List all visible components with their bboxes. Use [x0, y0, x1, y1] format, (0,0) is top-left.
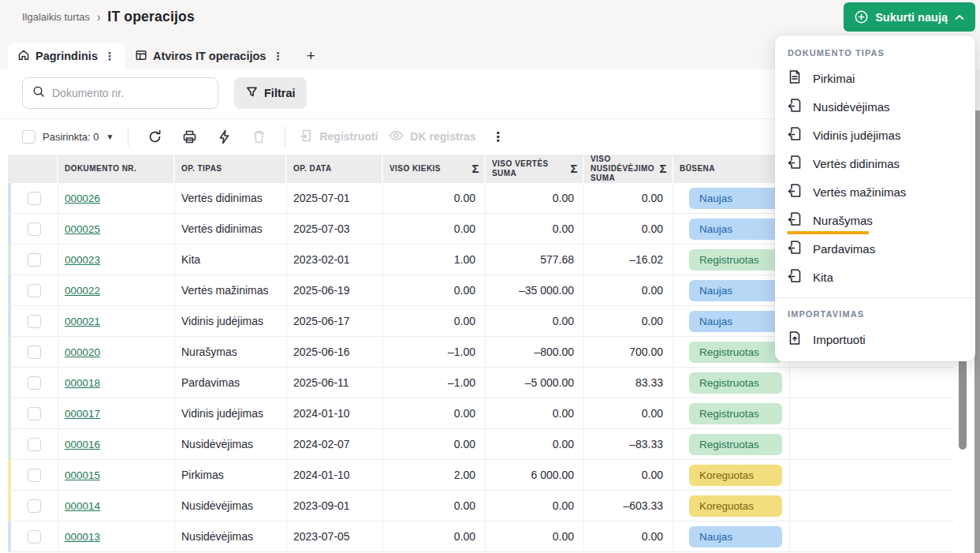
row-checkbox[interactable]	[28, 222, 41, 236]
row-checkbox[interactable]	[28, 530, 41, 544]
table-row[interactable]: 000013 Nusidėvėjimas 2023-07-05 0.00 0.0…	[8, 521, 954, 552]
table-row[interactable]: 000018 Pardavimas 2025-06-11 –1.00 –5 00…	[8, 368, 954, 398]
document-number-link[interactable]: 000017	[65, 408, 100, 420]
document-number-link[interactable]: 000013	[65, 531, 100, 543]
search-input[interactable]	[52, 87, 208, 99]
document-sign-icon	[788, 240, 802, 257]
document-import-icon	[788, 331, 802, 348]
sum-icon[interactable]: Σ	[472, 164, 479, 174]
depreciation-sum-cell: 700.00	[584, 337, 673, 367]
more-actions-button[interactable]: ⋮	[487, 129, 509, 144]
qty-cell: 0.00	[383, 491, 486, 521]
menu-item-vertės-didinimas[interactable]: Vertės didinimas	[775, 149, 975, 177]
add-tab-button[interactable]: +	[293, 43, 328, 69]
tab-menu-icon[interactable]: ⋮	[271, 50, 284, 62]
depreciation-sum-cell: 0.00	[584, 521, 673, 551]
table-row[interactable]: 000017 Vidinis judėjimas 2024-01-10 0.00…	[8, 398, 954, 429]
status-badge: Naujas	[689, 188, 782, 209]
row-checkbox[interactable]	[28, 407, 41, 420]
row-checkbox[interactable]	[28, 253, 41, 267]
op-type-cell: Vidinis judėjimas	[175, 398, 287, 428]
document-number-link[interactable]: 000023	[65, 254, 100, 266]
qty-cell: 1.00	[383, 245, 486, 275]
menu-item-vertės-mažinimas[interactable]: Vertės mažinimas	[775, 177, 975, 206]
row-checkbox[interactable]	[28, 192, 41, 205]
qty-cell: –1.00	[383, 337, 486, 367]
qty-cell: –1.00	[383, 368, 486, 398]
value-sum-cell: 0.00	[486, 306, 584, 336]
column-header-depr_sum[interactable]: Viso nusidėvėjimo sumaΣ	[584, 155, 673, 183]
search-icon	[32, 85, 45, 101]
page-vertical-scrollbar[interactable]	[974, 110, 980, 553]
tab-menu-icon[interactable]: ⋮	[103, 50, 116, 62]
select-all-checkbox[interactable]	[22, 130, 35, 144]
row-checkbox[interactable]	[28, 315, 41, 328]
column-header-value_sum[interactable]: Viso vertės sumaΣ	[486, 155, 584, 183]
status-badge: Koreguotas	[689, 495, 782, 517]
document-sign-icon	[788, 183, 802, 200]
menu-item-importuoti[interactable]: Importuoti	[775, 325, 975, 353]
document-number-link[interactable]: 000020	[65, 346, 100, 358]
menu-item-vidinis-judėjimas[interactable]: Vidinis judėjimas	[775, 121, 975, 149]
row-checkbox[interactable]	[28, 376, 41, 390]
table-row[interactable]: 000016 Nusidėvėjimas 2024-02-07 0.00 0.0…	[8, 429, 954, 460]
print-button[interactable]	[177, 125, 201, 148]
depreciation-sum-cell: 0.00	[584, 398, 673, 428]
menu-item-nusidėvėjimas[interactable]: Nusidėvėjimas	[775, 92, 975, 121]
column-header-type[interactable]: Op. tipas	[175, 155, 287, 183]
row-checkbox[interactable]	[28, 499, 41, 513]
table-row[interactable]: 000015 Pirkimas 2024-01-10 2.00 6 000.00…	[8, 460, 954, 491]
op-date-cell: 2024-01-10	[287, 460, 383, 490]
refresh-button[interactable]	[143, 125, 166, 148]
table-row[interactable]: 000014 Nusidėvėjimas 2023-09-01 0.00 0.0…	[8, 491, 954, 521]
document-number-link[interactable]: 000025	[65, 223, 100, 235]
home-icon	[17, 49, 30, 64]
row-checkbox[interactable]	[28, 469, 41, 482]
document-number-link[interactable]: 000014	[65, 500, 100, 512]
chevron-down-icon: ▼	[106, 133, 114, 141]
document-number-link[interactable]: 000016	[65, 439, 100, 450]
qty-cell: 0.00	[383, 398, 486, 428]
row-checkbox[interactable]	[28, 284, 41, 297]
menu-item-kita[interactable]: Kita	[775, 263, 975, 291]
funnel-icon	[246, 86, 258, 100]
sum-icon[interactable]: Σ	[660, 164, 667, 174]
document-number-link[interactable]: 000018	[65, 377, 100, 389]
row-checkbox[interactable]	[28, 438, 41, 451]
op-date-cell: 2023-09-01	[287, 491, 383, 521]
document-number-link[interactable]: 000026	[65, 192, 100, 204]
column-header-date[interactable]: Op. data	[287, 155, 383, 183]
sum-icon[interactable]: Σ	[571, 164, 578, 174]
menu-item-pirkimai[interactable]: Pirkimai	[775, 64, 975, 92]
filters-button[interactable]: Filtrai	[234, 77, 307, 109]
qty-cell: 2.00	[383, 460, 486, 490]
tab-pagrindinis[interactable]: Pagrindinis ⋮	[8, 43, 125, 69]
menu-item-nurašymas[interactable]: Nurašymas	[775, 206, 975, 234]
column-header-status[interactable]: Būsena	[673, 155, 790, 183]
row-checkbox[interactable]	[28, 346, 41, 359]
filler-cell	[790, 368, 954, 398]
document-sign-icon	[788, 126, 802, 144]
column-header-number[interactable]: Dokumento nr.	[58, 155, 175, 183]
breadcrumb-parent-link[interactable]: Ilgalaikis turtas	[22, 11, 90, 23]
document-number-link[interactable]: 000015	[65, 469, 100, 481]
dk-register-button[interactable]: DK registras	[389, 130, 475, 144]
menu-item-label: Pirkimai	[813, 72, 855, 85]
document-number-link[interactable]: 000022	[65, 285, 100, 297]
op-date-cell: 2025-07-01	[287, 183, 383, 213]
column-header-qty[interactable]: Viso kiekisΣ	[383, 155, 486, 183]
divider	[128, 126, 129, 147]
op-type-cell: Nurašymas	[175, 337, 287, 367]
tab-label: Atviros IT operacijos	[153, 50, 266, 62]
menu-section-title: Dokumento tipas	[775, 45, 975, 64]
status-badge: Registruotas	[689, 434, 782, 455]
register-button[interactable]: Registruoti	[300, 129, 378, 145]
select-all-control[interactable]: Pasirinkta: 0 ▼	[22, 130, 114, 144]
create-new-button[interactable]: Sukurti naują	[844, 2, 975, 32]
tab-atviros-it-operacijos[interactable]: Atviros IT operacijos ⋮	[125, 43, 293, 69]
menu-item-pardavimas[interactable]: Pardavimas	[775, 234, 975, 263]
zap-button[interactable]	[212, 125, 236, 148]
document-number-link[interactable]: 000021	[65, 316, 100, 327]
column-header-checkbox	[11, 155, 58, 183]
delete-button[interactable]	[247, 125, 270, 148]
